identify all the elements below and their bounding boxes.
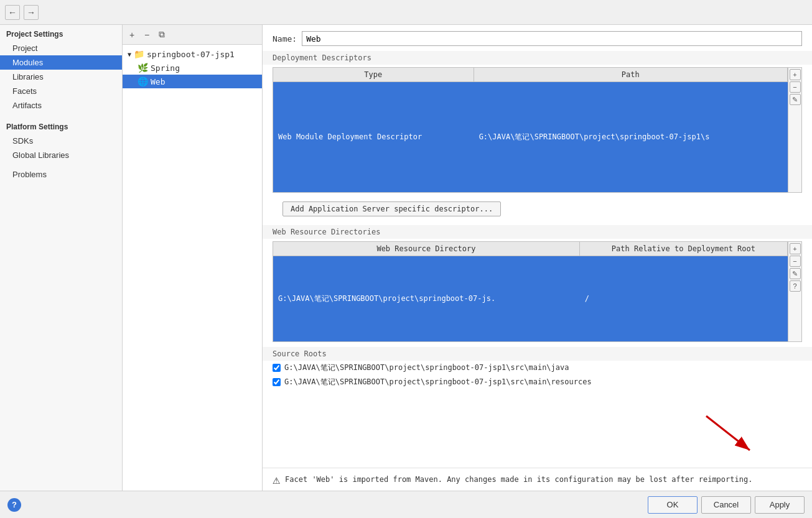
forward-button[interactable]: →: [24, 5, 39, 20]
spring-icon: 🌿: [138, 63, 148, 73]
source-root-checkbox-1[interactable]: [273, 364, 281, 372]
source-roots-header: Source Roots: [263, 347, 812, 361]
tree-item-spring[interactable]: 🌿 Spring: [123, 61, 262, 75]
sidebar-item-global-libraries[interactable]: Global Libraries: [0, 148, 122, 162]
web-resource-section-header: Web Resource Directories: [263, 225, 812, 239]
warning-icon: ⚠️: [273, 472, 280, 487]
tree-item-root[interactable]: ▼ 📁 springboot-07-jsp1: [123, 47, 262, 61]
main-area: Project Settings Project Modules Librari…: [0, 25, 812, 491]
source-root-path-1: G:\JAVA\笔记\SPRINGBOOT\project\springboot…: [284, 363, 569, 373]
tree-remove-button[interactable]: −: [140, 28, 154, 42]
tree-expand-arrow: ▼: [128, 51, 131, 58]
tree-item-root-label: springboot-07-jsp1: [147, 50, 235, 59]
source-root-checkbox-2[interactable]: [273, 378, 281, 386]
source-root-path-2: G:\JAVA\笔记\SPRINGBOOT\project\springboot…: [284, 377, 592, 387]
warning-bar: ⚠️ Facet 'Web' is imported from Maven. A…: [263, 468, 812, 491]
tree-add-button[interactable]: +: [125, 28, 139, 42]
main-toolbar: ← →: [0, 0, 812, 25]
name-row: Name:: [263, 25, 812, 51]
source-root-item-1: G:\JAVA\笔记\SPRINGBOOT\project\springboot…: [273, 361, 802, 375]
web-cell-path: /: [579, 256, 787, 341]
right-panel: Name: Deployment Descriptors Type Path W…: [263, 25, 812, 491]
tree-toolbar: + − ⧉: [123, 25, 262, 45]
tree-item-spring-label: Spring: [151, 63, 180, 73]
deployment-add-btn[interactable]: +: [790, 69, 801, 80]
tree-item-web[interactable]: 🌐 Web: [123, 75, 262, 88]
tree-item-web-label: Web: [151, 77, 165, 86]
sidebar-item-modules[interactable]: Modules: [0, 55, 122, 70]
help-button[interactable]: ?: [7, 498, 21, 512]
sidebar-item-libraries[interactable]: Libraries: [0, 70, 122, 84]
sidebar-divider2: [0, 162, 122, 167]
table-row[interactable]: G:\JAVA\笔记\SPRINGBOOT\project\springboot…: [273, 256, 788, 341]
web-icon: 🌐: [138, 76, 148, 86]
project-settings-title: Project Settings: [0, 25, 122, 41]
web-resource-side-buttons: + − ✎ ?: [788, 242, 801, 341]
ok-button[interactable]: OK: [648, 496, 698, 514]
sidebar: Project Settings Project Modules Librari…: [0, 25, 123, 491]
source-root-item-2: G:\JAVA\笔记\SPRINGBOOT\project\springboot…: [273, 375, 802, 389]
deployment-col-path: Path: [474, 68, 787, 82]
web-cell-directory: G:\JAVA\笔记\SPRINGBOOT\project\springboot…: [273, 256, 579, 341]
name-label: Name:: [273, 34, 297, 44]
sidebar-item-facets[interactable]: Facets: [0, 84, 122, 98]
deployment-cell-type: Web Module Deployment Descriptor: [273, 82, 474, 192]
apply-button[interactable]: Apply: [755, 496, 805, 514]
deployment-table: Type Path Web Module Deployment Descript…: [273, 68, 788, 192]
deployment-edit-btn[interactable]: ✎: [790, 94, 801, 105]
web-edit-btn[interactable]: ✎: [790, 268, 801, 279]
back-button[interactable]: ←: [5, 5, 20, 20]
web-help-btn[interactable]: ?: [790, 280, 801, 292]
deployment-section-header: Deployment Descriptors: [263, 51, 812, 65]
web-add-btn[interactable]: +: [790, 243, 801, 254]
sidebar-item-artifacts[interactable]: Artifacts: [0, 98, 122, 113]
tree-panel: + − ⧉ ▼ 📁 springboot-07-jsp1 🌿 Spring 🌐 …: [123, 25, 263, 491]
sidebar-item-sdks[interactable]: SDKs: [0, 134, 122, 148]
deployment-remove-btn[interactable]: −: [790, 81, 801, 93]
tree-content: ▼ 📁 springboot-07-jsp1 🌿 Spring 🌐 Web: [123, 45, 262, 491]
web-col-directory: Web Resource Directory: [273, 242, 579, 256]
deployment-col-type: Type: [273, 68, 474, 82]
cancel-button[interactable]: Cancel: [701, 496, 751, 514]
deployment-cell-path: G:\JAVA\笔记\SPRINGBOOT\project\springboot…: [474, 82, 787, 192]
deployment-side-buttons: + − ✎: [788, 68, 801, 192]
sidebar-item-project[interactable]: Project: [0, 41, 122, 55]
bottom-bar: ? OK Cancel Apply: [0, 491, 812, 518]
warning-text: Facet 'Web' is imported from Maven. Any …: [285, 475, 752, 484]
web-resource-table: Web Resource Directory Path Relative to …: [273, 242, 788, 341]
name-input[interactable]: [302, 31, 802, 46]
platform-settings-title: Platform Settings: [0, 118, 122, 134]
add-descriptor-button[interactable]: Add Application Server specific descript…: [282, 201, 501, 216]
sidebar-divider: [0, 113, 122, 118]
folder-icon: 📁: [134, 49, 144, 59]
table-row[interactable]: Web Module Deployment Descriptor G:\JAVA…: [273, 82, 788, 192]
web-remove-btn[interactable]: −: [790, 256, 801, 267]
sidebar-item-problems[interactable]: Problems: [0, 167, 122, 182]
web-col-path: Path Relative to Deployment Root: [579, 242, 787, 256]
tree-copy-button[interactable]: ⧉: [155, 28, 169, 42]
